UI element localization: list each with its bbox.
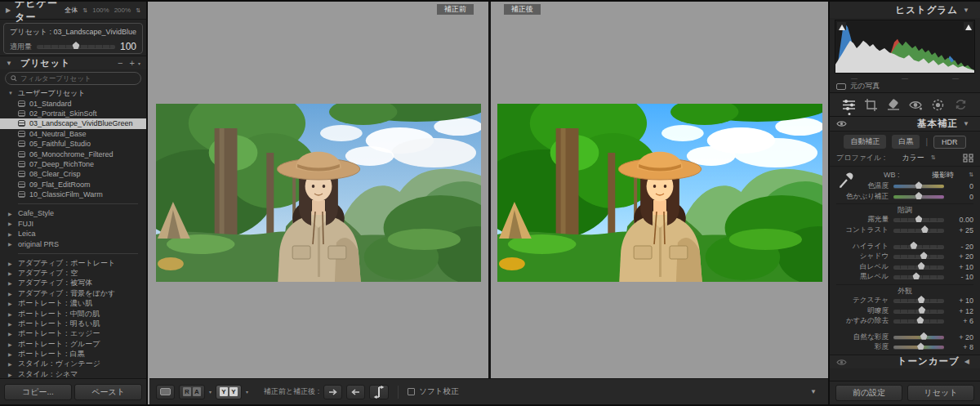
preset-search-box[interactable] (5, 72, 141, 85)
amount-slider-thumb[interactable] (72, 42, 79, 49)
before-photo[interactable] (156, 104, 481, 282)
swap-before-after-button[interactable] (369, 385, 389, 399)
slider-track[interactable] (893, 336, 944, 339)
slider-track[interactable] (893, 265, 944, 269)
eyedropper-icon[interactable] (838, 170, 856, 190)
slider-thumb[interactable] (920, 332, 928, 340)
slider-track[interactable] (893, 195, 944, 199)
basic-collapse-icon[interactable]: ▼ (963, 120, 969, 127)
slider-track[interactable] (893, 245, 944, 248)
slider-value[interactable]: - 10 (949, 273, 973, 281)
slider-value[interactable]: 0 (949, 182, 973, 190)
slider-track[interactable] (893, 218, 944, 221)
preset-item[interactable]: 08_Clear_Crisp (0, 169, 146, 179)
slider-track[interactable] (893, 310, 944, 313)
preset-group[interactable]: ▶ ポートレート：エッジー (0, 329, 146, 339)
slider-thumb[interactable] (917, 342, 924, 350)
panel-eye-icon[interactable] (836, 359, 847, 366)
loupe-view-button[interactable] (156, 385, 175, 399)
profile-browser-icon[interactable] (963, 154, 973, 163)
slider-value[interactable]: + 20 (949, 333, 973, 341)
preset-search-input[interactable] (20, 74, 136, 83)
preset-group[interactable]: ▶ original PRS (0, 239, 146, 248)
highlight-clipping-indicator[interactable] (964, 22, 973, 30)
slider-thumb[interactable] (910, 242, 917, 249)
reset-button[interactable]: リセット (907, 385, 974, 401)
slider-thumb[interactable] (912, 272, 920, 279)
slider-value[interactable]: + 6 (949, 317, 973, 325)
wb-spinner-icon[interactable]: ⇅ (969, 172, 973, 178)
copy-button[interactable]: コピー... (4, 384, 72, 400)
previous-settings-button[interactable]: 前の設定 (835, 385, 902, 401)
histogram[interactable] (835, 20, 975, 74)
preset-group[interactable]: ▶ アダプティブ：空 (0, 268, 146, 278)
slider-thumb[interactable] (921, 225, 929, 233)
slider-value[interactable]: + 12 (949, 307, 973, 315)
preset-group[interactable]: ▶ アダプティブ：ポートレート (0, 258, 146, 268)
slider-value[interactable]: + 8 (949, 343, 973, 351)
preset-group[interactable]: ▶ アダプティブ：被写体 (0, 279, 146, 288)
slider-value[interactable]: + 10 (949, 297, 973, 305)
zoom-200-option[interactable]: 200% (114, 7, 131, 14)
slider-value[interactable]: 0.00 (949, 216, 973, 224)
auto-correct-button[interactable]: 自動補正 (844, 135, 886, 149)
preset-item[interactable]: 03_Landscape_VividBlueGreen (0, 118, 146, 128)
preset-group[interactable]: ▶ ポートレート：中間の肌 (0, 309, 146, 319)
red-eye-icon[interactable] (907, 96, 925, 114)
reference-view-button[interactable]: R A (179, 385, 205, 399)
presets-collapse-icon[interactable]: ▼ (6, 60, 12, 67)
preset-item[interactable]: 09_Flat_EditRoom (0, 180, 146, 190)
bw-button[interactable]: 白黒 (892, 135, 920, 149)
preset-group[interactable]: ▶ ポートレート：白黒 (0, 349, 146, 359)
soft-proof-checkbox[interactable] (408, 388, 415, 395)
hdr-button[interactable]: HDR (933, 136, 966, 149)
slider-track[interactable] (893, 255, 944, 258)
slider-value[interactable]: + 10 (949, 263, 973, 271)
slider-thumb[interactable] (916, 316, 924, 323)
preset-item[interactable]: 02_Portrait_SkinSoft (0, 109, 146, 118)
preset-group[interactable]: ▶ ポートレート：濃い肌 (0, 298, 146, 308)
adjust-sliders-icon[interactable] (840, 96, 858, 114)
navigator-collapse-icon[interactable]: ▶ (6, 7, 11, 14)
copy-after-to-before-button[interactable] (346, 385, 365, 399)
slider-thumb[interactable] (918, 262, 925, 270)
navigator-header[interactable]: ▶ ナビゲーター 全体 ⇅ 100% 200% ⇅ (0, 2, 146, 20)
preset-group[interactable]: ▶ スタイル：シネマ (0, 369, 146, 377)
slider-value[interactable]: + 25 (949, 226, 973, 234)
reference-view-dropdown-icon[interactable]: ▾ (209, 389, 212, 395)
histogram-header[interactable]: ヒストグラム ▼ (830, 2, 980, 18)
healing-eraser-icon[interactable] (884, 96, 902, 114)
sync-icon[interactable] (951, 96, 969, 114)
amount-value[interactable]: 100 (120, 41, 136, 52)
preset-group[interactable]: ▶ Leica (0, 229, 146, 239)
zoom-level-spinner-icon[interactable]: ⇅ (136, 7, 140, 14)
panel-eye-icon[interactable] (836, 120, 847, 127)
paste-button[interactable]: ペースト (74, 384, 142, 400)
zoom-fit-spinner-icon[interactable]: ⇅ (82, 7, 87, 14)
profile-value[interactable]: カラー (902, 153, 924, 163)
preset-add-dropdown-icon[interactable]: ▾ (138, 60, 140, 66)
profile-spinner-icon[interactable]: ⇅ (931, 154, 936, 161)
presets-header[interactable]: ▼ プリセット − +▾ (0, 56, 146, 69)
slider-thumb[interactable] (915, 192, 923, 199)
preset-add-button[interactable]: + (127, 58, 138, 68)
amount-slider-track[interactable] (37, 45, 115, 48)
user-presets-group[interactable]: ▼ ユーザープリセット (0, 88, 146, 98)
basic-panel-header[interactable]: 基本補正 ▼ (830, 117, 980, 132)
after-photo[interactable] (497, 104, 822, 282)
preset-group[interactable]: ▶ Cafe_Style (0, 208, 146, 218)
slider-thumb[interactable] (920, 252, 928, 259)
slider-value[interactable]: + 20 (949, 252, 973, 261)
slider-track[interactable] (893, 346, 944, 349)
toolbar-options-dropdown[interactable]: ▼ (805, 386, 822, 397)
slider-thumb[interactable] (918, 306, 925, 314)
zoom-fit-option[interactable]: 全体 (65, 6, 78, 15)
preset-group[interactable]: ▶ ポートレート：グループ (0, 339, 146, 349)
tone-curve-collapse-icon[interactable]: ◀ (964, 358, 969, 365)
preset-group[interactable]: ▶ アダプティブ：背景をぼかす (0, 288, 146, 298)
slider-thumb[interactable] (918, 296, 925, 303)
preset-item[interactable]: 07_Deep_RichTone (0, 159, 146, 169)
preset-item[interactable]: 05_Faithful_Studio (0, 139, 146, 149)
preset-item[interactable]: 10_ClassicFilm_Warm (0, 190, 146, 199)
slider-track[interactable] (893, 275, 944, 279)
